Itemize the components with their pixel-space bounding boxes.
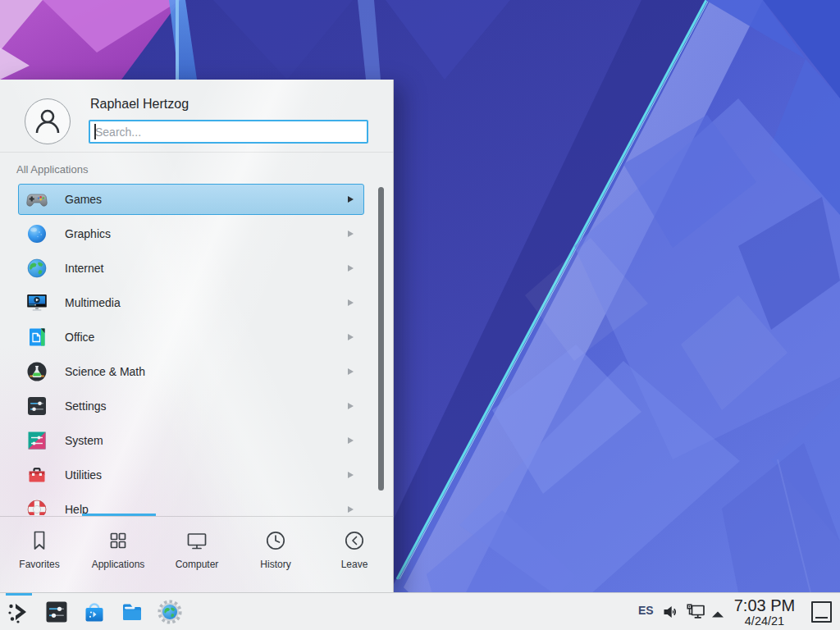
category-settings[interactable]: Settings: [18, 390, 364, 422]
user-avatar[interactable]: [25, 98, 71, 144]
app-launcher-button[interactable]: [6, 599, 32, 625]
flask-icon: [25, 360, 48, 383]
category-games[interactable]: Games: [18, 184, 364, 215]
category-multimedia[interactable]: Multimedia: [18, 287, 364, 318]
submenu-arrow-icon: [348, 437, 354, 444]
category-label: Graphics: [65, 227, 348, 240]
submenu-arrow-icon: [348, 506, 354, 513]
category-utilities[interactable]: Utilities: [18, 459, 364, 491]
discover-button[interactable]: [81, 599, 107, 625]
system-settings-icon: [43, 599, 70, 625]
system-sliders-icon: [25, 429, 48, 452]
gamepad-icon: [25, 188, 48, 211]
category-label: System: [65, 434, 348, 447]
category-label: Office: [65, 331, 348, 344]
submenu-arrow-icon: [348, 403, 354, 409]
system-settings-button[interactable]: [43, 599, 70, 625]
clock-date: 4/24/21: [745, 614, 784, 628]
sliders-icon: [25, 395, 48, 418]
submenu-arrow-icon: [348, 472, 354, 478]
grid-icon: [106, 528, 130, 553]
file-manager-icon: [119, 599, 145, 625]
submenu-arrow-icon: [348, 231, 354, 237]
taskbar-apps: [6, 593, 183, 630]
lifebuoy-icon: [25, 498, 48, 515]
submenu-arrow-icon: [348, 368, 354, 375]
text-cursor: [94, 124, 96, 139]
discover-icon: [81, 599, 107, 625]
category-label: Multimedia: [65, 296, 348, 309]
clock-icon: [263, 528, 288, 553]
section-label: All Applications: [16, 163, 88, 176]
category-system[interactable]: System: [18, 425, 364, 456]
volume-icon[interactable]: [661, 602, 681, 622]
application-launcher-menu: Raphael Hertzog All Applications Games: [0, 80, 394, 592]
category-label: Internet: [65, 262, 348, 275]
clock-time: 7:03 PM: [734, 597, 795, 614]
user-name: Raphael Hertzog: [90, 97, 189, 112]
category-label: Utilities: [65, 468, 348, 482]
tab-history[interactable]: History: [236, 517, 315, 592]
submenu-arrow-icon: [348, 265, 354, 272]
file-manager-button[interactable]: [119, 599, 145, 625]
network-icon[interactable]: [686, 602, 707, 622]
tab-applications[interactable]: Applications: [79, 517, 158, 592]
user-icon: [31, 105, 64, 138]
list-scrollbar[interactable]: [378, 187, 384, 491]
category-science-math[interactable]: Science & Math: [18, 356, 364, 387]
bookmark-icon: [27, 528, 52, 553]
category-graphics[interactable]: Graphics: [18, 218, 364, 249]
category-label: Science & Math: [65, 365, 348, 378]
category-list: Games Graphics: [0, 180, 394, 515]
web-browser-icon: [157, 599, 183, 625]
show-desktop-button[interactable]: [811, 601, 832, 623]
paint-ball-icon: [25, 222, 48, 245]
web-browser-button[interactable]: [157, 599, 183, 625]
leave-circle-icon: [342, 528, 367, 553]
media-player-icon: [25, 291, 48, 314]
kde-launcher-icon: [6, 599, 32, 625]
taskbar-panel: ES 7:03 PM 4/24/21: [0, 592, 840, 630]
submenu-arrow-icon: [348, 196, 354, 203]
desktop: Raphael Hertzog All Applications Games: [0, 0, 840, 630]
keyboard-layout-indicator[interactable]: ES: [638, 604, 654, 617]
tab-computer[interactable]: Computer: [158, 517, 236, 592]
category-internet[interactable]: Internet: [18, 253, 364, 284]
category-office[interactable]: Office: [18, 322, 364, 353]
globe-icon: [25, 257, 48, 280]
search-input[interactable]: [89, 120, 368, 144]
monitor-icon: [185, 528, 209, 553]
submenu-arrow-icon: [348, 334, 354, 340]
launcher-tabbar: Favorites Applications Computer: [0, 517, 394, 592]
category-label: Settings: [65, 399, 348, 413]
category-help[interactable]: Help: [18, 494, 364, 515]
expand-tray-icon[interactable]: [710, 607, 725, 617]
active-app-indicator: [6, 593, 32, 596]
header-separator: [0, 152, 393, 153]
submenu-arrow-icon: [348, 299, 354, 306]
active-tab-indicator: [82, 514, 156, 516]
category-label: Games: [65, 193, 348, 206]
digital-clock[interactable]: 7:03 PM 4/24/21: [728, 594, 801, 630]
tab-favorites[interactable]: Favorites: [0, 517, 79, 592]
tab-leave[interactable]: Leave: [315, 517, 394, 592]
toolbox-icon: [25, 463, 48, 486]
documents-icon: [25, 326, 48, 349]
